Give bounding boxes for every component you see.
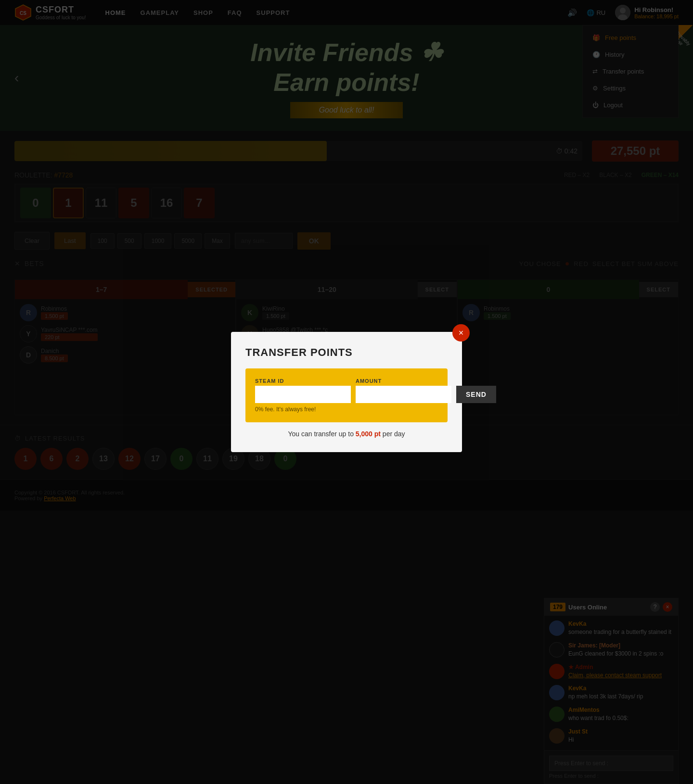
steam-id-label: STEAM ID <box>255 378 351 384</box>
modal-title: TRANSFER POINTS <box>245 346 448 359</box>
amount-input[interactable] <box>356 386 451 403</box>
modal-close-button[interactable]: × <box>452 324 470 341</box>
amount-label: AMOUNT <box>356 378 451 384</box>
modal-fee: 0% fee. It's always free! <box>255 406 438 413</box>
steam-id-group: STEAM ID <box>255 378 351 403</box>
send-button[interactable]: SEND <box>456 386 496 403</box>
modal-form-row: STEAM ID AMOUNT SEND <box>255 378 438 403</box>
modal-form: STEAM ID AMOUNT SEND 0% fee. It's always… <box>245 368 448 422</box>
steam-id-input[interactable] <box>255 386 351 403</box>
transfer-points-modal: × TRANSFER POINTS STEAM ID AMOUNT SEND 0… <box>231 332 462 452</box>
modal-limit: 5,000 pt <box>356 430 381 438</box>
modal-note: You can transfer up to 5,000 pt per day <box>245 430 448 438</box>
modal-overlay: × TRANSFER POINTS STEAM ID AMOUNT SEND 0… <box>0 0 693 784</box>
amount-group: AMOUNT <box>356 378 451 403</box>
